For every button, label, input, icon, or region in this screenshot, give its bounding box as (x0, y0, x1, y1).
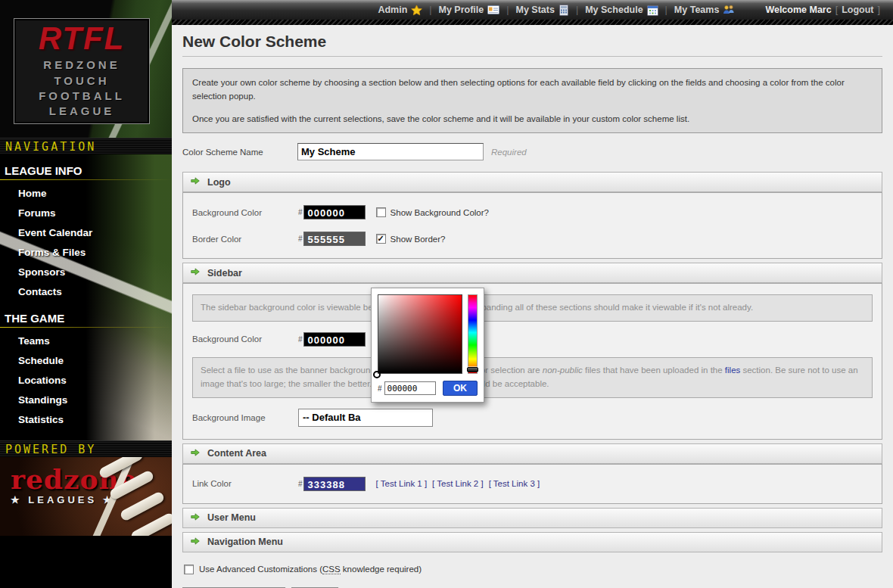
field-label: Background Image (192, 413, 298, 422)
title-rule (182, 56, 882, 57)
field-label: Border Color (192, 235, 298, 244)
field-label: Link Color (192, 479, 298, 488)
sidebar-nav: LEAGUE INFO Home Forums Event Calendar F… (0, 154, 172, 440)
section-header-navigation-menu[interactable]: Navigation Menu (182, 532, 882, 552)
hex-color-input[interactable] (384, 381, 436, 395)
sidebar-background-color-swatch[interactable]: 000000 (303, 332, 366, 347)
group-icon (723, 5, 735, 15)
green-arrow-icon (191, 448, 200, 459)
color-scheme-name-row: Color Scheme Name Required (182, 143, 882, 160)
show-border-checkbox[interactable] (376, 234, 386, 244)
green-arrow-icon (191, 176, 200, 188)
section-title: User Menu (207, 512, 256, 523)
logo-border-color-swatch[interactable]: 555555 (303, 232, 366, 246)
menu-item-my-schedule[interactable]: My Schedule (585, 5, 658, 16)
show-background-color-checkbox[interactable] (376, 207, 386, 217)
league-logo-line: TOUCH (54, 73, 109, 89)
menu-item-my-stats[interactable]: My Stats (516, 5, 569, 16)
league-logo-line: REDZONE (43, 58, 120, 73)
intro-paragraph: Create your own color scheme by choosing… (192, 76, 873, 104)
color-picker-popup: # OK (371, 288, 484, 403)
advanced-customizations-row: Use Advanced Customizations (CSS knowled… (184, 565, 882, 574)
menu-label: My Profile (439, 5, 484, 15)
topbar-menu: Admin | My Profile | My Stats | My Sched… (378, 5, 735, 16)
test-link-2[interactable]: [ Test Link 2 ] (432, 479, 484, 488)
saturation-value-square[interactable] (378, 294, 462, 374)
ok-button[interactable]: OK (443, 381, 478, 396)
nav-section-the-game: THE GAME (0, 302, 172, 327)
logout-link[interactable]: Logout (842, 5, 873, 15)
field-row: Background Image -- Default Ba (192, 403, 873, 433)
link-color-swatch[interactable]: 333388 (303, 477, 366, 491)
green-arrow-icon (191, 267, 200, 278)
files-link[interactable]: files (725, 366, 740, 375)
section-box-logo: Background Color # 000000 Show Backgroun… (182, 192, 882, 259)
intro-paragraph: Once you are satisfied with the current … (192, 112, 873, 126)
logo-background-color-swatch[interactable]: 000000 (303, 205, 366, 219)
hash-prefix: # (298, 208, 303, 216)
sidebar-item-locations[interactable]: Locations (0, 371, 172, 390)
sidebar-note: The sidebar background color is viewable… (192, 294, 873, 322)
menu-label: My Teams (674, 5, 720, 15)
sidebar-item-schedule[interactable]: Schedule (0, 351, 172, 371)
section-header-sidebar[interactable]: Sidebar (182, 263, 882, 283)
hash-prefix: # (298, 235, 303, 243)
star-icon (411, 5, 422, 16)
menu-separator: | (576, 5, 578, 15)
nav-section-league-info: LEAGUE INFO (0, 154, 172, 179)
nav-underline (0, 327, 172, 328)
sidebar-item-forums[interactable]: Forums (0, 204, 172, 223)
css-abbr: CSS (322, 565, 341, 574)
calendar-icon (647, 5, 658, 16)
sidebar-item-event-calendar[interactable]: Event Calendar (0, 223, 172, 243)
navigation-band: NAVIGATION (0, 138, 172, 154)
main-area: Admin | My Profile | My Stats | My Sched… (172, 0, 893, 588)
league-logo[interactable]: RTFL REDZONE TOUCH FOOTBALL LEAGUE (14, 18, 150, 124)
use-advanced-customizations-checkbox[interactable] (184, 565, 194, 574)
section-header-logo[interactable]: Logo (182, 172, 882, 192)
field-label: Background Color (192, 334, 298, 344)
checkbox-label: Show Border? (390, 235, 446, 244)
sidebar-item-forms-files[interactable]: Forms & Files (0, 243, 172, 263)
hue-slider[interactable] (468, 294, 478, 374)
calculator-icon (559, 5, 569, 16)
hash-prefix: # (298, 335, 303, 344)
picker-top (378, 294, 478, 374)
welcome-block: Welcome Marc [ Logout ] (765, 5, 884, 15)
menu-separator: | (665, 5, 667, 15)
menu-item-my-teams[interactable]: My Teams (674, 5, 736, 15)
section-header-user-menu[interactable]: User Menu (182, 508, 882, 528)
background-image-select[interactable]: -- Default Ba (298, 409, 433, 427)
section-title: Navigation Menu (207, 537, 283, 547)
menu-item-my-profile[interactable]: My Profile (439, 5, 500, 15)
test-link-3[interactable]: [ Test Link 3 ] (489, 479, 540, 488)
field-row: Border Color # 555555 Show Border? (192, 226, 873, 252)
intro-box: Create your own color scheme by choosing… (182, 68, 882, 133)
menu-item-admin[interactable]: Admin (378, 5, 422, 16)
section-box-content-area: Link Color # 333388 [ Test Link 1 ] [ Te… (182, 464, 882, 504)
league-logo-acronym: RTFL (39, 23, 126, 54)
page-title: New Color Scheme (182, 33, 882, 51)
color-selection-handle[interactable] (373, 371, 381, 378)
advanced-label: Use Advanced Customizations (CSS knowled… (199, 565, 422, 574)
sidebar-item-teams[interactable]: Teams (0, 331, 172, 351)
vcard-icon (487, 5, 499, 15)
sidebar-item-sponsors[interactable]: Sponsors (0, 263, 172, 282)
redzone-leagues-logo[interactable]: redzone ★ LEAGUES ★ (0, 457, 172, 536)
section-header-content-area[interactable]: Content Area (182, 443, 882, 464)
sidebar-item-contacts[interactable]: Contacts (0, 282, 172, 302)
sidebar-item-home[interactable]: Home (0, 184, 172, 204)
sidebar: RTFL REDZONE TOUCH FOOTBALL LEAGUE NAVIG… (0, 0, 172, 588)
menu-label: Admin (378, 5, 407, 15)
content: New Color Scheme Create your own color s… (172, 33, 893, 588)
color-scheme-name-label: Color Scheme Name (182, 148, 297, 157)
non-public-emphasis: non-public (543, 366, 583, 375)
section-box-sidebar: The sidebar background color is viewable… (182, 283, 882, 439)
bracket: [ (835, 5, 838, 15)
test-link-1[interactable]: [ Test Link 1 ] (376, 479, 428, 488)
sidebar-item-standings[interactable]: Standings (0, 390, 172, 410)
sidebar-item-statistics[interactable]: Statistics (0, 410, 172, 430)
color-scheme-name-input[interactable] (297, 143, 484, 160)
hue-slider-handle[interactable] (467, 367, 478, 372)
section-title: Sidebar (207, 268, 242, 278)
